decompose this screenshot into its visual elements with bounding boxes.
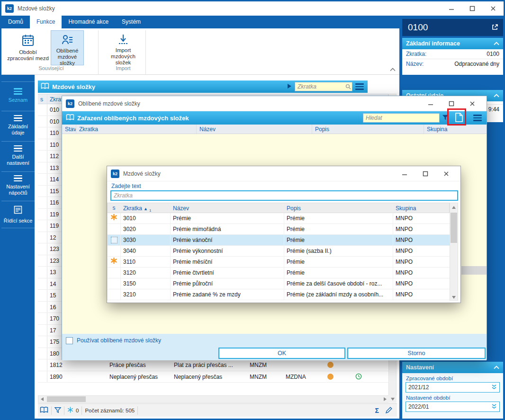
tab-funkce[interactable]: Funkce (30, 16, 62, 28)
picker-row[interactable]: 3210Prémie zadané % ze mzdyPrémie (ze zá… (108, 289, 450, 300)
section-title: Nastavení (406, 364, 434, 371)
skupina-cell: MNPO (393, 246, 450, 256)
picker-row[interactable]: 3150Prémie půlročníPrémie za delší časov… (108, 278, 450, 289)
panel-menu-icon[interactable] (355, 83, 364, 90)
sidebar-item-zakladni-udaje[interactable]: Základní údaje (1, 111, 35, 139)
app-logo-icon: k2 (5, 4, 14, 13)
zkratka-cell: 3210 (121, 289, 171, 300)
row-state-cell (108, 289, 121, 300)
horizontal-scrollbar[interactable] (38, 395, 388, 403)
app-logo-icon: k2 (66, 99, 74, 108)
sidebar-item-seznam[interactable]: Seznam (1, 81, 35, 109)
tab-hromadne-akce[interactable]: Hromadné akce (62, 16, 115, 28)
state-cell (38, 278, 47, 290)
column-header-s[interactable]: s (108, 203, 121, 213)
picker-row[interactable]: 3110Prémie měsíčníPrémieMNPO (108, 257, 450, 268)
nazev-cell: Prémie půlroční (171, 278, 284, 289)
picker-scrollbar[interactable] (450, 203, 458, 301)
tab-system[interactable]: Systém (115, 16, 147, 28)
picker-row[interactable]: 3010PrémiePrémieMNPO (108, 213, 450, 224)
lookup-icon[interactable] (491, 384, 497, 391)
picker-dialog: k2 Mzdové složky Zadejte text s Zkratka▲… (107, 166, 461, 303)
close-button[interactable] (436, 166, 457, 181)
column-header-popis[interactable]: Popis (312, 125, 424, 134)
column-header-popis[interactable]: Popis (284, 203, 393, 213)
scroll-left-button[interactable] (38, 396, 46, 402)
continue-search-icon[interactable] (287, 83, 292, 90)
field-label: Zkratka: (406, 51, 426, 57)
zkratka-cell: 3150 (121, 278, 171, 289)
column-header-skupina[interactable]: Skupina (424, 125, 487, 134)
obdobi-zpracovani-mezd-button[interactable]: Období zpracování mezd (6, 30, 50, 65)
open-in-window-icon[interactable] (492, 24, 498, 32)
sort-ascending-icon: ▲ (144, 206, 148, 211)
chevron-up-icon[interactable] (494, 40, 499, 47)
status-dot-cell (313, 371, 348, 383)
nastavene-obdobi-field[interactable]: 2022/01 (406, 402, 500, 412)
chevron-up-icon[interactable] (494, 364, 499, 371)
popis-cell: Prémie (sazba II.) (284, 246, 393, 256)
settings-header[interactable]: Nastavení (402, 362, 503, 373)
freeze-icon[interactable] (67, 407, 73, 414)
column-header-stav[interactable]: Stav (62, 125, 76, 134)
column-header-nazev[interactable]: Název (171, 203, 284, 213)
sidebar-item-nastaveni-napoctu[interactable]: Nastavení nápočtů (1, 171, 35, 199)
picker-row[interactable]: 3030Prémie vánočníPrémieMNPO (108, 235, 450, 246)
orange-status-dot (327, 362, 334, 368)
minimize-button[interactable] (441, 1, 462, 16)
use-favorites-checkbox[interactable] (66, 337, 73, 344)
scroll-down-button[interactable] (388, 395, 397, 403)
picker-row[interactable]: 3120Prémie čtvrtletníPrémieMNPO (108, 268, 450, 278)
column-header-s[interactable]: s (38, 94, 47, 104)
basic-info-body: Zkratka: 0100 Název: Odpracované dny (402, 49, 503, 75)
favorites-table-header[interactable]: Stav Zkratka Název Popis Skupina (62, 125, 487, 134)
state-cell (38, 359, 47, 371)
column-header-zkratka[interactable]: Zkratka▲1 (121, 203, 171, 213)
minimize-button[interactable] (420, 96, 441, 111)
horizontal-scroll-thumb[interactable] (47, 396, 86, 402)
lookup-icon[interactable] (491, 403, 497, 411)
zkratka-cell: 3040 (121, 246, 171, 256)
book-icon[interactable] (40, 407, 48, 414)
panel-menu-icon[interactable] (473, 115, 482, 121)
sidebar-item-ridici-sekce[interactable]: Řídící sekce (1, 201, 35, 228)
skupina-cell: MNZM (247, 371, 283, 383)
chevron-up-icon[interactable] (494, 92, 499, 99)
dialog-titlebar: k2 Oblíbené mzdové složky (62, 96, 487, 111)
close-button[interactable] (483, 1, 504, 16)
picker-table-body: 3010PrémiePrémieMNPO3020Prémie mimořádná… (107, 213, 450, 300)
cancel-button[interactable]: Storno (347, 348, 486, 359)
basic-info-header[interactable]: Základní informace (402, 38, 503, 49)
hledat-search-input[interactable] (363, 113, 440, 123)
import-mzdovych-slozek-button[interactable]: Import mzdových složek (103, 30, 144, 65)
scroll-down-button[interactable] (450, 293, 458, 301)
main-table-row[interactable]: 1890 Neplacený přesčas Neplacený přesčas… (38, 371, 388, 383)
maximize-button[interactable] (462, 1, 483, 16)
sum-icon[interactable]: Σ (375, 407, 379, 414)
zkratka-search-input[interactable] (295, 82, 352, 91)
sidebar-item-dalsi-nastaveni[interactable]: Další nastavení (1, 141, 35, 170)
main-table-row[interactable]: 1812 Práce přesčas Plat za práci přesčas… (38, 359, 388, 371)
column-header-skupina[interactable]: Skupina (393, 203, 449, 213)
scroll-up-button[interactable] (450, 203, 458, 211)
section-title: Základní informace (406, 40, 460, 47)
column-header-nazev[interactable]: Název (197, 125, 312, 134)
picker-row[interactable]: 3040Prémie výkonnostníPrémie (sazba II.)… (108, 246, 450, 257)
ok-button[interactable]: OK (218, 348, 345, 359)
field-label: Zpracované období (406, 375, 499, 381)
collapse-ribbon-icon[interactable] (390, 66, 396, 73)
zkratka-filter-input[interactable] (110, 190, 458, 201)
tab-domu[interactable]: Domů (1, 16, 30, 28)
minimize-button[interactable] (394, 166, 415, 181)
filter-icon[interactable] (54, 407, 61, 414)
picker-row[interactable]: 3020Prémie mimořádnáPrémieMNPO (108, 224, 450, 235)
picker-scroll-thumb[interactable] (451, 213, 457, 243)
oblibene-mzdove-slozky-button[interactable]: Oblíbené mzdové složky (51, 30, 84, 65)
scroll-right-button[interactable] (381, 396, 389, 402)
popis-cell: Plat za práci přesčas ... (171, 359, 247, 371)
zpracovane-obdobi-field[interactable]: 2021/12 (406, 382, 500, 393)
edit-pencil-icon[interactable] (386, 407, 392, 414)
maximize-button[interactable] (415, 166, 436, 181)
picker-table-header[interactable]: s Zkratka▲1 Název Popis Skupina (107, 203, 450, 213)
column-header-zkratka[interactable]: Zkratka (76, 125, 197, 134)
